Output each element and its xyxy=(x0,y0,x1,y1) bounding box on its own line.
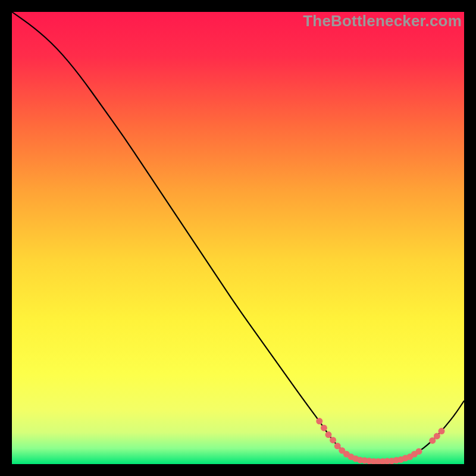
marker-dot xyxy=(439,428,445,434)
outer-black-frame: TheBottlenecker.com xyxy=(12,12,464,464)
marker-dot xyxy=(434,433,440,439)
watermark-text: TheBottlenecker.com xyxy=(303,12,462,30)
marker-dot xyxy=(325,431,332,438)
marker-dot xyxy=(330,437,336,443)
marker-dot xyxy=(416,448,422,455)
chart-svg xyxy=(12,12,464,464)
marker-dot xyxy=(321,425,327,431)
gradient-background xyxy=(12,12,464,464)
marker-dot xyxy=(316,418,322,424)
